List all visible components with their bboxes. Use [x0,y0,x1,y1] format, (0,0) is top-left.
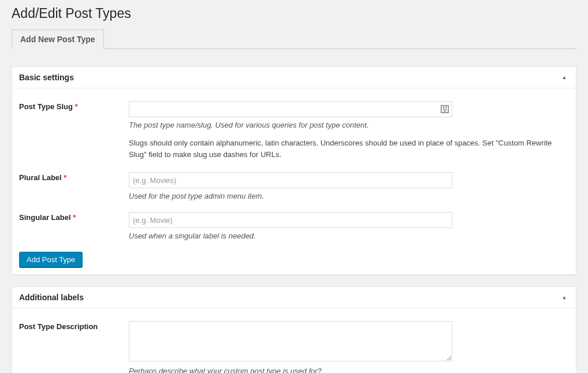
singular-label-input[interactable] [129,212,452,228]
post-type-slug-help-2: Slugs should only contain alphanumeric, … [129,137,568,161]
collapse-toggle-icon[interactable]: ▲ [557,290,571,304]
required-asterisk: * [64,173,66,182]
basic-settings-postbox: Basic settings ▲ Post Type Slug * [12,66,576,275]
additional-labels-body: Post Type Description Perhaps describe w… [12,308,576,373]
required-asterisk: * [75,102,78,111]
page-title: Add/Edit Post Types [12,6,576,21]
plural-label-input[interactable] [129,172,452,188]
page-wrap: Add/Edit Post Types Add New Post Type Ba… [0,0,588,373]
additional-labels-header: Additional labels ▲ [12,287,576,308]
singular-label-help: Used when a singular label is needed. [129,232,569,240]
basic-settings-body: Post Type Slug * [12,88,576,274]
post-type-slug-label: Post Type Slug [19,102,73,111]
basic-settings-header: Basic settings ▲ [12,67,576,88]
tab-wrapper: Add New Post Type [12,29,576,49]
collapse-toggle-icon[interactable]: ▲ [557,70,571,84]
tab-add-new-post-type[interactable]: Add New Post Type [12,29,104,49]
singular-label-label: Singular Label [19,213,71,222]
post-type-slug-input[interactable] [129,101,452,117]
singular-label-cell: Singular Label * [19,206,129,246]
add-post-type-button[interactable]: Add Post Type [19,252,83,267]
basic-settings-heading: Basic settings [19,73,569,82]
plural-label-help: Used for the post type admin menu item. [129,192,569,200]
additional-labels-postbox: Additional labels ▲ Post Type Descriptio… [12,286,576,373]
post-type-description-label-cell: Post Type Description [19,315,129,373]
post-type-slug-input-wrap [129,101,452,117]
plural-label-label: Plural Label [19,173,62,182]
post-type-description-textarea[interactable] [129,321,452,361]
basic-settings-form-table: Post Type Slug * [19,95,569,246]
additional-labels-heading: Additional labels [19,293,569,302]
required-asterisk: * [73,213,76,222]
post-type-description-label: Post Type Description [19,322,98,331]
plural-label-cell: Plural Label * [19,166,129,206]
post-type-slug-label-cell: Post Type Slug * [19,95,129,166]
additional-labels-form-table: Post Type Description Perhaps describe w… [19,315,569,373]
post-type-slug-help-1: The post type name/slug. Used for variou… [129,121,569,129]
post-type-description-help: Perhaps describe what your custom post t… [129,367,569,373]
